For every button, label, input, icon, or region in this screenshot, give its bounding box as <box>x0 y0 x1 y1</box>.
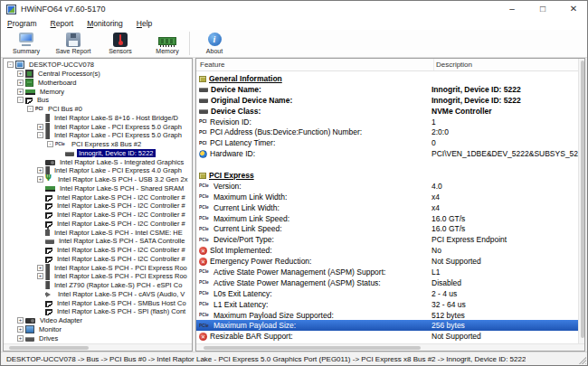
menu-program[interactable]: Program <box>7 19 37 28</box>
tree-item[interactable]: -PCI Bus #0 <box>4 105 192 114</box>
tree-item[interactable]: Intel Raptor Lake-S PCH - SMBus Host Co <box>4 298 192 307</box>
plug-icon <box>45 230 50 236</box>
feature-column-header[interactable]: Feature <box>196 59 434 70</box>
menu-monitoring[interactable]: Monitoring <box>87 19 123 28</box>
tree-item[interactable]: +Intel Raptor Lake - PCI Express 5.0 Gra… <box>4 122 192 131</box>
minimize-button[interactable]: – <box>506 4 518 14</box>
tree-item[interactable]: Innogrit, Device ID: 5222 <box>4 149 192 158</box>
detail-row[interactable]: Active State Power Management (ASPM) Sta… <box>196 277 578 288</box>
tree-item[interactable]: -DESKTOP-UCCV078 <box>4 61 192 70</box>
menu-report[interactable]: Report <box>51 19 74 28</box>
tree-item[interactable]: Intel Raptor Lake-S PCH - I2C Controller… <box>4 255 192 264</box>
detail-row[interactable]: Version:4.0 <box>196 181 578 192</box>
tree-item[interactable]: Intel Raptor Lake-S 8+16 - Host Bridge/D <box>4 114 192 123</box>
detail-row[interactable]: Device Class:NVMe Controller <box>196 106 578 117</box>
expand-toggle[interactable]: + <box>17 335 24 342</box>
section-row[interactable]: General Information <box>196 73 578 84</box>
detail-row[interactable]: L0s Exit Latency:2 - 4 us <box>196 288 578 299</box>
expand-toggle[interactable]: + <box>17 326 24 333</box>
bus-icon <box>45 203 52 210</box>
detail-vscroll-thumb[interactable] <box>581 61 584 338</box>
detail-row[interactable]: L1 Exit Latency:32 - 64 us <box>196 299 578 310</box>
tree-item[interactable]: Intel Raptor Lake-S PCH - Shared SRAM <box>4 184 192 193</box>
detail-row[interactable]: Revision ID:1 <box>196 117 578 127</box>
tree-item[interactable]: -Bus <box>4 96 192 105</box>
detail-horizontal-scrollbar[interactable] <box>196 343 584 351</box>
expand-toggle[interactable]: + <box>17 89 24 95</box>
tree-horizontal-scrollbar[interactable] <box>4 343 192 351</box>
detail-row[interactable]: Maximum Link Speed:16.0 GT/s <box>196 213 578 224</box>
section-row[interactable]: PCI Express <box>196 170 578 181</box>
detail-row[interactable]: Device/Port Type:PCI Express Endpoint <box>196 234 578 245</box>
tree-item[interactable]: Intel Raptor Lake-S PCH - I2C Controller… <box>4 202 192 211</box>
tree-item[interactable]: +Central Processor(s) <box>4 70 192 79</box>
tree-item[interactable]: Intel Raptor Lake-S PCH - SPI (flash) Co… <box>4 307 192 316</box>
tree-item[interactable]: +Motherboard <box>4 79 192 88</box>
expand-toggle[interactable]: + <box>37 273 43 279</box>
detail-row[interactable]: Emergency Power Reduction:Not Supported <box>196 256 578 267</box>
tree-item[interactable]: +Intel Raptor Lake-S PCH - USB 3.2 Gen 2… <box>4 175 192 184</box>
memory-button[interactable]: Memory <box>147 31 188 54</box>
expand-toggle[interactable]: - <box>17 97 24 103</box>
detail-row[interactable]: Current Link Speed:16.0 GT/s <box>196 223 578 234</box>
detail-vertical-scrollbar[interactable] <box>578 59 584 343</box>
tree-item[interactable]: Intel Raptor Lake-S PCH - I2C Controller… <box>4 220 192 229</box>
summary-button[interactable]: Summary <box>5 31 47 54</box>
save-report-button[interactable]: Save Report <box>52 31 94 54</box>
maximize-button[interactable]: □ <box>536 4 549 14</box>
detail-row[interactable]: PCI Latency Timer:0 <box>196 137 578 148</box>
expand-toggle[interactable]: - <box>47 141 53 147</box>
tree-item[interactable]: +Drives <box>4 333 192 343</box>
detail-row[interactable]: Maximum Payload Size:256 bytes <box>196 320 578 331</box>
tree-item[interactable]: +Intel Raptor Lake-S PCH - PCI Express R… <box>4 272 192 281</box>
detail-row[interactable]: Active State Power Management (ASPM) Sup… <box>196 267 578 277</box>
tree-item[interactable]: Intel Raptor Lake-S PCH - I2C Controller… <box>4 192 192 202</box>
detail-row[interactable]: Resizable BAR Support:Not Supported <box>196 331 578 342</box>
tree-item[interactable]: +Intel Raptor Lake - PCI Express 4.0 Gra… <box>4 166 192 175</box>
close-button[interactable]: ✕ <box>567 4 580 14</box>
detail-row[interactable]: Maximum Link Width:x4 <box>196 192 578 202</box>
expand-toggle[interactable]: + <box>17 80 24 86</box>
detail-row[interactable]: PCI Address (Bus:Device:Function) Number… <box>196 127 578 137</box>
detail-row[interactable]: Slot Implemented:No <box>196 245 578 256</box>
feature-label: Current Link Width: <box>213 203 280 212</box>
tree-item[interactable]: -Intel Raptor Lake - PCI Express 5.0 Gra… <box>4 131 192 140</box>
sensors-button[interactable]: Sensors <box>100 31 141 54</box>
chip-icon <box>45 281 50 289</box>
description-column-header[interactable]: Description <box>434 59 578 70</box>
resize-grip-icon[interactable] <box>578 356 586 364</box>
detail-row[interactable]: Original Device Name:Innogrit, Device ID… <box>196 95 578 106</box>
expand-toggle[interactable]: - <box>7 61 14 68</box>
about-button[interactable]: i About <box>194 31 235 54</box>
tree-item[interactable]: Intel Raptor Lake-S PCH - SATA Controlle <box>4 237 192 246</box>
tree-item[interactable]: Intel Raptor Lake-S PCH - I2C Controller… <box>4 211 192 220</box>
tree-item[interactable]: Intel Raptor Lake-S - Integrated Graphic… <box>4 157 192 166</box>
detail-row[interactable]: Hardware ID:PCI\VEN_1DBE&DEV_5222&SUBSYS… <box>196 148 578 159</box>
description-value: 1 <box>432 117 578 127</box>
expand-toggle[interactable]: + <box>37 265 43 271</box>
tree-item[interactable]: +Monitor <box>4 325 192 334</box>
expand-toggle[interactable]: + <box>17 317 24 324</box>
tree-item[interactable]: +Intel Raptor Lake-S PCH - PCI Express R… <box>4 263 192 272</box>
tree-item[interactable]: +Memory <box>4 87 192 96</box>
detail-hscroll-thumb[interactable] <box>204 346 421 350</box>
expand-toggle[interactable]: + <box>37 124 43 130</box>
expand-toggle[interactable]: + <box>17 70 24 77</box>
detail-row[interactable]: Current Link Width:x4 <box>196 202 578 213</box>
tree-hscroll-thumb[interactable] <box>9 346 89 350</box>
expand-toggle[interactable]: + <box>37 176 43 183</box>
tree-item[interactable]: Intel Raptor Lake-S PCH - Intel CSME: HE <box>4 228 192 237</box>
chip-icon <box>45 123 50 131</box>
expand-toggle[interactable]: + <box>37 167 43 174</box>
tree-item[interactable]: +Video Adapter <box>4 316 192 325</box>
tree-item[interactable]: -PCI Express x8 Bus #2 <box>4 140 192 149</box>
expand-toggle[interactable]: - <box>37 132 43 138</box>
expand-toggle[interactable]: - <box>27 106 33 112</box>
tree-item[interactable]: Intel Z790 (Raptor Lake-S) PCH - eSPI Co <box>4 281 192 290</box>
tree-item[interactable]: Intel Raptor Lake-S PCH - I2C Controller… <box>4 246 192 255</box>
menu-help[interactable]: Help <box>137 19 152 28</box>
detail-row[interactable]: Device Name:Innogrit, Device ID: 5222 <box>196 84 578 95</box>
tree-item[interactable]: Intel Raptor Lake-S PCH - cAVS (Audio, V <box>4 290 192 299</box>
feature-cell: Version: <box>196 182 432 191</box>
detail-row[interactable]: Maximum Payload Size Supported:512 bytes <box>196 310 578 321</box>
